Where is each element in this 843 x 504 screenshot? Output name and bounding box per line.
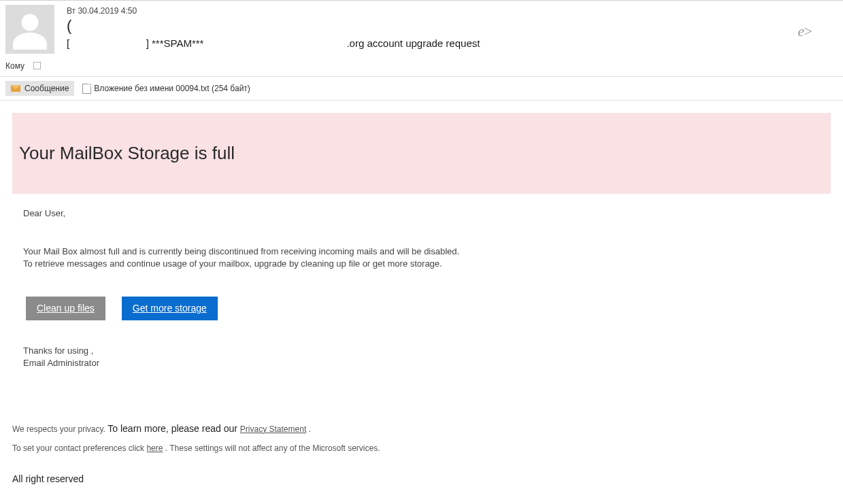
alert-title: Your MailBox Storage is full <box>19 143 824 164</box>
preferences-here-link[interactable]: here <box>146 443 163 453</box>
privacy-tail: . <box>306 424 311 434</box>
privacy-statement-link[interactable]: Privacy Statement <box>240 424 306 434</box>
person-icon <box>10 9 50 50</box>
alert-banner: Your MailBox Storage is full <box>12 113 831 194</box>
sender-name: ( <box>67 18 838 33</box>
prefs-prefix: To set your contact preferences click <box>12 443 146 453</box>
greeting-text: Dear User, <box>23 207 820 220</box>
recipients-row: Кому <box>0 54 843 76</box>
email-subject: [xxxxxxxxxxxxxxx] ***SPAM***xxxxxxxxxxxx… <box>67 37 838 49</box>
clean-up-files-button[interactable]: Clean up files <box>26 297 105 321</box>
rights-reserved: All right reserved <box>12 473 831 484</box>
signature-text: Email Administrator <box>23 357 820 369</box>
file-icon <box>82 84 91 94</box>
reply-icon[interactable]: e> <box>797 22 812 40</box>
to-label: Кому <box>5 61 24 71</box>
subject-part-mid: ] ***SPAM*** <box>146 37 204 49</box>
thanks-text: Thanks for using , <box>23 345 820 357</box>
privacy-line: We respects your privacy. To learn more,… <box>12 423 831 434</box>
sender-avatar <box>5 5 54 54</box>
attachment-bar: Сообщение Вложение без имени 00094.txt (… <box>0 77 843 100</box>
privacy-prefix-small: We respects your privacy. <box>12 424 108 434</box>
body-paragraph-2: To retrieve messages and continue usage … <box>23 258 820 270</box>
body-paragraph-1: Your Mail Box almost full and is current… <box>23 246 820 258</box>
attachment-label: Вложение без имени 00094.txt (254 байт) <box>94 84 250 93</box>
recipient-checkbox[interactable] <box>33 62 42 70</box>
subject-part-prefix: [ <box>67 37 69 49</box>
message-tab[interactable]: Сообщение <box>5 81 74 96</box>
attachment-item[interactable]: Вложение без имени 00094.txt (254 байт) <box>82 84 250 94</box>
message-tab-label: Сообщение <box>24 84 69 93</box>
email-date: Вт 30.04.2019 4:50 <box>67 6 838 16</box>
email-header: Вт 30.04.2019 4:50 ( [xxxxxxxxxxxxxxx] *… <box>0 1 843 54</box>
svg-point-0 <box>22 14 39 31</box>
subject-part-suffix: .org account upgrade request <box>346 37 480 49</box>
preferences-line: To set your contact preferences click he… <box>12 443 831 453</box>
prefs-tail: . These settings will not affect any of … <box>163 443 380 453</box>
privacy-mid: To learn more, please read our <box>108 423 240 434</box>
get-more-storage-button[interactable]: Get more storage <box>122 297 218 321</box>
mail-icon <box>11 85 20 92</box>
